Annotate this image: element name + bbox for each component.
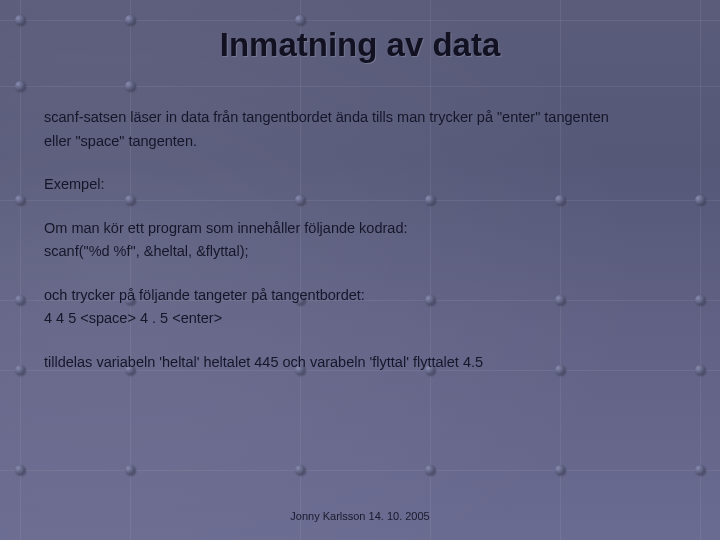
slide-footer: Jonny Karlsson 14. 10. 2005 — [0, 510, 720, 522]
example-label: Exempel: — [44, 175, 676, 195]
example-code: scanf("%d %f", &heltal, &flyttal); — [44, 242, 676, 262]
intro-line-2: eller "space" tangenten. — [44, 132, 676, 152]
example-keys: 4 4 5 <space> 4 . 5 <enter> — [44, 309, 676, 329]
example-line-1: Om man kör ett program som innehåller fö… — [44, 219, 676, 239]
slide: Inmatning av data scanf-satsen läser in … — [0, 0, 720, 540]
example-line-3: tilldelas variabeln 'heltal' heltalet 44… — [44, 353, 676, 373]
slide-body: scanf-satsen läser in data från tangentb… — [44, 108, 676, 377]
slide-title: Inmatning av data — [0, 26, 720, 64]
intro-line-1: scanf-satsen läser in data från tangentb… — [44, 108, 676, 128]
example-line-2: och trycker på följande tangeter på tang… — [44, 286, 676, 306]
